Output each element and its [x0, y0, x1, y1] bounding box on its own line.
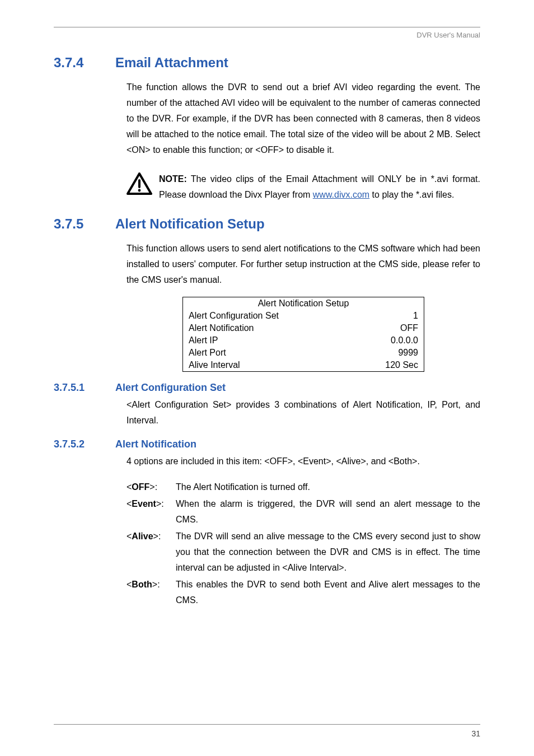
option-label: <Alive>:	[127, 529, 176, 576]
header-right: DVR User's Manual	[54, 31, 480, 39]
table-cell-label: Alert Port	[183, 347, 351, 359]
option-text: The Alert Notification is turned off.	[176, 479, 480, 495]
paragraph-3-7-5: This function allows users to send alert…	[127, 241, 480, 288]
page: DVR User's Manual 3.7.4Email Attachment …	[0, 0, 534, 756]
table-cell-value: 0.0.0.0	[351, 334, 424, 347]
page-number: 31	[471, 729, 480, 738]
table-cell-value: 1	[351, 310, 424, 322]
heading-number: 3.7.5	[54, 216, 115, 232]
table-cell-label: Alert Notification	[183, 322, 351, 334]
paragraph-3-7-5-2-intro: 4 options are included in this item: <OF…	[127, 454, 480, 469]
footer-rule	[54, 724, 480, 725]
header-rule	[54, 27, 480, 27]
option-text: The DVR will send an alive message to th…	[176, 529, 480, 576]
table-cell-label: Alert IP	[183, 334, 351, 347]
table-cell-value: 9999	[351, 347, 424, 359]
heading-title: Email Attachment	[115, 55, 228, 70]
svg-point-2	[138, 189, 141, 192]
warning-icon	[127, 172, 152, 197]
note-block: NOTE: The video clips of the Email Attac…	[127, 171, 480, 203]
heading-title: Alert Configuration Set	[115, 382, 226, 393]
paragraph-3-7-4: The function allows the DVR to send out …	[127, 80, 480, 158]
table-cell-value: 120 Sec	[351, 359, 424, 372]
option-text: This enables the DVR to send both Event …	[176, 577, 480, 608]
heading-number: 3.7.4	[54, 55, 115, 71]
table-title: Alert Notification Setup	[183, 297, 424, 310]
divx-link[interactable]: www.divx.com	[313, 190, 369, 199]
heading-3-7-5: 3.7.5Alert Notification Setup	[54, 216, 480, 232]
heading-title: Alert Notification	[115, 438, 196, 450]
option-event: <Event>: When the alarm is triggered, th…	[127, 496, 480, 528]
note-after: to play the *.avi files.	[369, 190, 454, 199]
option-label: <Both>:	[127, 577, 176, 608]
option-off: <OFF>: The Alert Notification is turned …	[127, 479, 480, 495]
option-both: <Both>: This enables the DVR to send bot…	[127, 577, 480, 608]
heading-3-7-5-1: 3.7.5.1Alert Configuration Set	[54, 382, 480, 394]
heading-3-7-5-2: 3.7.5.2Alert Notification	[54, 438, 480, 450]
option-label: <OFF>:	[127, 479, 176, 495]
note-label: NOTE:	[159, 174, 187, 184]
option-alive: <Alive>: The DVR will send an alive mess…	[127, 529, 480, 576]
table-cell-value: OFF	[351, 322, 424, 334]
option-label: <Event>:	[127, 496, 176, 528]
heading-title: Alert Notification Setup	[115, 216, 265, 231]
table-cell-label: Alert Configuration Set	[183, 310, 351, 322]
heading-number: 3.7.5.2	[54, 438, 115, 450]
option-text: When the alarm is triggered, the DVR wil…	[176, 496, 480, 528]
heading-number: 3.7.5.1	[54, 382, 115, 394]
option-list: <OFF>: The Alert Notification is turned …	[127, 479, 480, 608]
note-text: NOTE: The video clips of the Email Attac…	[159, 171, 480, 203]
paragraph-3-7-5-1: <Alert Configuration Set> provides 3 com…	[127, 397, 480, 428]
table-cell-label: Alive Interval	[183, 359, 351, 372]
alert-table: Alert Notification Setup Alert Configura…	[182, 297, 424, 372]
heading-3-7-4: 3.7.4Email Attachment	[54, 55, 480, 71]
